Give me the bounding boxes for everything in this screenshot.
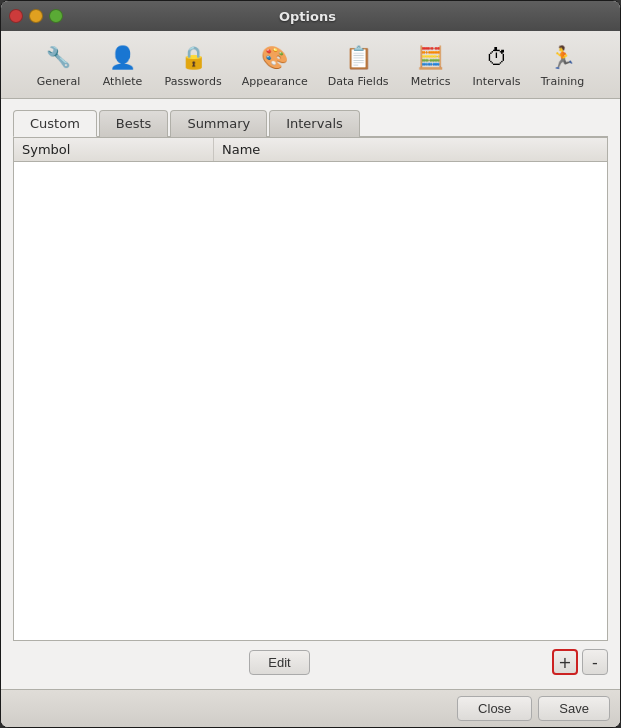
general-icon: 🔧 xyxy=(43,41,75,73)
options-window: Options 🔧 General 👤 Athlete 🔒 Passwords … xyxy=(0,0,621,728)
tab-summary[interactable]: Summary xyxy=(170,110,267,137)
tab-bests[interactable]: Bests xyxy=(99,110,169,137)
add-button[interactable]: + xyxy=(552,649,578,675)
passwords-icon: 🔒 xyxy=(177,41,209,73)
titlebar-buttons xyxy=(9,9,63,23)
toolbar-label-training: Training xyxy=(541,75,584,88)
close-button[interactable]: Close xyxy=(457,696,532,721)
column-header-name: Name xyxy=(214,138,607,161)
maximize-window-button[interactable] xyxy=(49,9,63,23)
toolbar-item-passwords[interactable]: 🔒 Passwords xyxy=(157,37,230,92)
toolbar-label-data-fields: Data Fields xyxy=(328,75,389,88)
tab-custom[interactable]: Custom xyxy=(13,110,97,137)
window-title: Options xyxy=(63,9,552,24)
toolbar-label-appearance: Appearance xyxy=(242,75,308,88)
titlebar: Options xyxy=(1,1,620,31)
data-fields-icon: 📋 xyxy=(342,41,374,73)
toolbar-item-metrics[interactable]: 🧮 Metrics xyxy=(401,37,461,92)
athlete-icon: 👤 xyxy=(107,41,139,73)
toolbar-item-appearance[interactable]: 🎨 Appearance xyxy=(234,37,316,92)
toolbar-item-intervals[interactable]: ⏱ Intervals xyxy=(465,37,529,92)
tab-intervals[interactable]: Intervals xyxy=(269,110,360,137)
edit-button[interactable]: Edit xyxy=(249,650,309,675)
edit-btn-container: Edit xyxy=(13,650,546,675)
remove-button[interactable]: - xyxy=(582,649,608,675)
bottom-action-bar: Edit + - xyxy=(13,641,608,679)
column-header-symbol: Symbol xyxy=(14,138,214,161)
toolbar-item-general[interactable]: 🔧 General xyxy=(29,37,89,92)
intervals-icon: ⏱ xyxy=(481,41,513,73)
toolbar-item-athlete[interactable]: 👤 Athlete xyxy=(93,37,153,92)
metrics-icon: 🧮 xyxy=(415,41,447,73)
toolbar-item-training[interactable]: 🏃 Training xyxy=(532,37,592,92)
data-table: Symbol Name xyxy=(13,137,608,641)
toolbar-label-general: General xyxy=(37,75,80,88)
toolbar: 🔧 General 👤 Athlete 🔒 Passwords 🎨 Appear… xyxy=(1,31,620,99)
tabs-container: Custom Bests Summary Intervals xyxy=(13,109,608,137)
table-body xyxy=(14,162,607,640)
close-window-button[interactable] xyxy=(9,9,23,23)
toolbar-label-metrics: Metrics xyxy=(411,75,451,88)
save-button[interactable]: Save xyxy=(538,696,610,721)
action-buttons: + - xyxy=(552,649,608,675)
toolbar-item-data-fields[interactable]: 📋 Data Fields xyxy=(320,37,397,92)
content-area: Custom Bests Summary Intervals Symbol Na… xyxy=(1,99,620,689)
toolbar-label-intervals: Intervals xyxy=(473,75,521,88)
training-icon: 🏃 xyxy=(546,41,578,73)
toolbar-label-passwords: Passwords xyxy=(165,75,222,88)
footer-bar: Close Save xyxy=(1,689,620,727)
toolbar-label-athlete: Athlete xyxy=(103,75,143,88)
table-header: Symbol Name xyxy=(14,138,607,162)
minimize-window-button[interactable] xyxy=(29,9,43,23)
appearance-icon: 🎨 xyxy=(259,41,291,73)
